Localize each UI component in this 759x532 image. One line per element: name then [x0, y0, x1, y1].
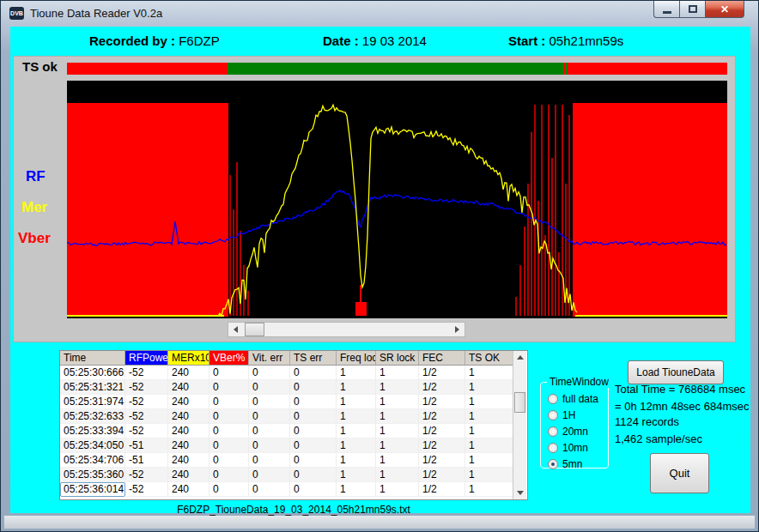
table-cell[interactable]: 1 [376, 438, 419, 453]
table-cell[interactable]: 1 [465, 424, 514, 438]
table-cell[interactable]: 05:25:30:666 [60, 366, 125, 380]
table-cell[interactable]: 0 [209, 438, 249, 453]
table-cell[interactable]: 1/2 [419, 380, 465, 395]
data-table[interactable]: TimeRFPowerMERx10VBer%Vit. errTS errFreq… [59, 350, 528, 500]
table-cell[interactable]: 0 [209, 453, 249, 468]
table-cell[interactable]: 05:25:31:974 [60, 395, 125, 409]
table-cell[interactable]: 1 [376, 366, 419, 380]
table-cell[interactable]: -52 [125, 409, 168, 424]
table-cell[interactable]: 240 [168, 380, 209, 395]
table-cell[interactable]: 0 [249, 468, 290, 482]
scroll-left-button[interactable] [228, 323, 243, 336]
table-cell[interactable]: 1 [337, 409, 376, 424]
table-cell[interactable]: 1 [465, 380, 514, 395]
table-cell[interactable]: 0 [249, 453, 290, 468]
table-cell[interactable]: 05:25:33:394 [60, 424, 125, 438]
table-cell[interactable]: 1 [376, 468, 419, 482]
table-cell[interactable]: 1 [337, 395, 376, 409]
radio-option-1h[interactable]: 1H [548, 408, 575, 422]
table-cell[interactable]: 0 [209, 380, 249, 395]
table-cell[interactable]: 240 [168, 453, 209, 468]
table-cell[interactable]: 0 [249, 438, 290, 453]
column-header-freq-lock[interactable]: Freq lock [337, 351, 376, 366]
table-cell[interactable]: 0 [249, 409, 290, 424]
table-cell[interactable]: -52 [125, 395, 168, 409]
table-cell[interactable]: 1 [376, 380, 419, 395]
table-cell[interactable]: 0 [290, 380, 337, 395]
radio-option-20mn[interactable]: 20mn [548, 425, 588, 438]
column-header-ts-err[interactable]: TS err [290, 351, 337, 366]
table-row[interactable]: 05:25:34:706-51240000111/21 [60, 453, 527, 468]
table-row[interactable]: 05:25:35:360-52240000111/21 [60, 468, 527, 482]
table-cell[interactable]: 240 [168, 468, 209, 482]
table-cell[interactable]: 0 [290, 366, 337, 380]
close-button[interactable]: ✕ [706, 1, 744, 18]
table-cell[interactable]: 240 [168, 438, 209, 453]
table-cell[interactable]: 240 [168, 366, 209, 380]
scroll-down-button[interactable] [513, 487, 526, 499]
table-cell[interactable]: 1 [465, 482, 514, 497]
table-cell[interactable]: 05:25:34:706 [60, 453, 125, 468]
table-cell[interactable]: 1 [465, 438, 514, 453]
table-cell[interactable]: 1 [337, 468, 376, 482]
table-cell[interactable]: 0 [209, 468, 249, 482]
table-cell[interactable]: 0 [290, 395, 337, 409]
column-header-merx10[interactable]: MERx10 [168, 351, 209, 366]
radio-option-10mn[interactable]: 10mn [548, 441, 588, 455]
table-cell[interactable]: 1 [376, 395, 419, 409]
table-cell[interactable]: 0 [290, 438, 337, 453]
table-cell[interactable]: 1 [376, 482, 419, 497]
table-cell[interactable]: -51 [125, 453, 168, 468]
table-row[interactable]: 05:25:32:633-52240000111/21 [60, 409, 527, 424]
table-cell[interactable]: 1/2 [419, 424, 465, 438]
table-scrollbar-vertical[interactable] [513, 351, 526, 499]
table-cell[interactable]: 240 [168, 409, 209, 424]
chart-scrollbar-horizontal[interactable] [228, 322, 465, 337]
scrollbar-thumb[interactable] [245, 323, 264, 336]
table-scrollbar-thumb[interactable] [514, 392, 525, 413]
maximize-button[interactable] [680, 1, 706, 18]
minimize-button[interactable] [653, 1, 680, 18]
table-cell[interactable]: 0 [290, 424, 337, 438]
table-row[interactable]: 05:25:30:666-52240000111/21 [60, 366, 527, 380]
table-row[interactable]: 05:25:36:014-52240000111/21 [60, 482, 527, 497]
table-cell[interactable]: 240 [168, 395, 209, 409]
table-cell[interactable]: 1 [465, 366, 514, 380]
table-cell[interactable]: 1 [465, 468, 514, 482]
load-tiounedata-button[interactable]: Load TiouneData [628, 360, 724, 384]
table-cell[interactable]: 1/2 [419, 409, 465, 424]
table-cell[interactable]: 1 [376, 409, 419, 424]
table-cell[interactable]: 1/2 [419, 453, 465, 468]
table-cell[interactable]: -52 [125, 482, 168, 497]
table-cell[interactable]: -51 [125, 438, 168, 453]
table-cell[interactable]: 0 [249, 395, 290, 409]
radio-option-5mn[interactable]: 5mn [548, 457, 582, 471]
table-cell[interactable]: 0 [249, 380, 290, 395]
table-cell[interactable]: -52 [125, 380, 168, 395]
table-cell[interactable]: 0 [209, 409, 249, 424]
table-cell[interactable]: 05:25:31:321 [60, 380, 125, 395]
column-header-ts-ok[interactable]: TS OK [465, 351, 514, 366]
table-cell[interactable]: -52 [125, 424, 168, 438]
table-row[interactable]: 05:25:34:050-51240000111/21 [60, 438, 527, 453]
column-header-vber-[interactable]: VBer% [209, 351, 249, 366]
table-cell[interactable]: 05:25:35:360 [60, 468, 125, 482]
table-cell[interactable]: 1/2 [419, 366, 465, 380]
table-cell[interactable]: 0 [209, 482, 249, 497]
column-header-rfpower[interactable]: RFPower [125, 351, 168, 366]
table-row[interactable]: 05:25:33:394-52240000111/21 [60, 424, 527, 438]
column-header-time[interactable]: Time [60, 351, 125, 366]
scroll-up-button[interactable] [513, 351, 526, 364]
table-cell[interactable]: 1 [465, 453, 514, 468]
table-cell[interactable]: 240 [168, 482, 209, 497]
table-cell[interactable]: 1 [465, 409, 514, 424]
table-cell[interactable]: 1 [337, 366, 376, 380]
table-cell[interactable]: 05:25:36:014 [60, 482, 125, 497]
table-cell[interactable]: 1/2 [419, 468, 465, 482]
table-cell[interactable]: 240 [168, 424, 209, 438]
column-header-fec[interactable]: FEC [419, 351, 465, 366]
table-cell[interactable]: 0 [249, 482, 290, 497]
table-cell[interactable]: 1/2 [419, 395, 465, 409]
table-cell[interactable]: 0 [249, 366, 290, 380]
table-cell[interactable]: 1 [337, 424, 376, 438]
